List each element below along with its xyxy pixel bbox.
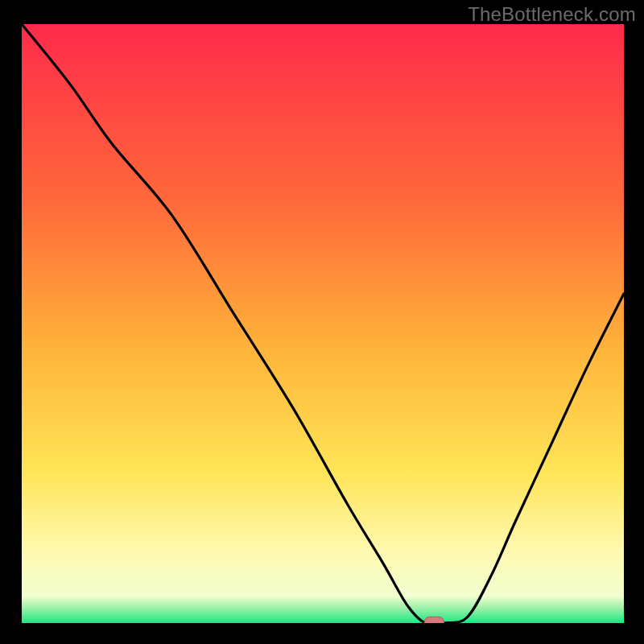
bottleneck-curve-chart — [22, 24, 624, 623]
gradient-background — [22, 24, 624, 623]
optimal-point-marker — [424, 617, 444, 623]
plot-area — [22, 24, 624, 623]
watermark-text: TheBottleneck.com — [468, 3, 636, 26]
chart-frame: TheBottleneck.com — [0, 0, 644, 644]
